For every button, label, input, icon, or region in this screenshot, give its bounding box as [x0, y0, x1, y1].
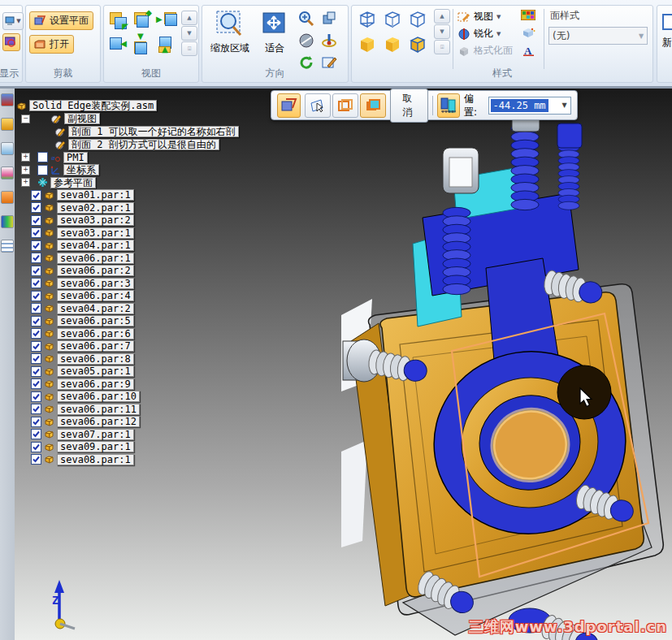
style-shaded2-button[interactable]	[382, 34, 407, 56]
view-align-button[interactable]: ◤	[108, 11, 128, 30]
part-row[interactable]: seva06.par:5	[16, 315, 284, 328]
part-checkbox-checked[interactable]	[31, 366, 41, 377]
part-checkbox-checked[interactable]	[31, 202, 41, 213]
fit-button[interactable]: 适合	[256, 10, 293, 55]
sketch-view-button[interactable]	[298, 32, 321, 51]
expand-box[interactable]: +	[21, 166, 30, 175]
render-tab-icon[interactable]	[1, 215, 14, 228]
clip-open-button[interactable]: 打开	[29, 35, 74, 54]
face-style-combo[interactable]: (无) ▼	[548, 27, 648, 45]
part-checkbox-checked[interactable]	[31, 328, 41, 339]
part-row[interactable]: seva09.par:1	[16, 441, 284, 454]
part-checkbox-checked[interactable]	[31, 454, 41, 465]
part-row[interactable]: seva06.par:11	[16, 403, 284, 416]
collapse-box[interactable]: −	[21, 115, 30, 123]
part-row[interactable]: seva06.par:1	[16, 252, 284, 265]
set-plane-button[interactable]: 设置平面	[29, 11, 93, 30]
part-painter-button[interactable]	[521, 27, 535, 41]
sensors-tab-icon[interactable]	[1, 166, 14, 179]
gallery-down-button[interactable]: ▼	[181, 26, 197, 41]
part-checkbox-checked[interactable]	[31, 227, 41, 238]
new-window-button[interactable]: 新建	[662, 12, 672, 50]
part-checkbox-checked[interactable]	[31, 417, 41, 427]
gallery-up-button[interactable]: ▲	[434, 9, 450, 24]
part-checkbox-checked[interactable]	[31, 341, 41, 352]
part-checkbox-checked[interactable]	[31, 253, 41, 263]
part-row[interactable]: seva06.par:10	[16, 391, 284, 404]
part-row[interactable]: seva06.par:8	[16, 352, 284, 365]
layers-tab-icon[interactable]	[1, 142, 14, 155]
tree-section-row[interactable]: 剖面 2 剖切方式可以是很自由的	[16, 138, 284, 151]
view-align-button[interactable]: ◆	[132, 11, 152, 30]
rotate-button[interactable]	[321, 32, 344, 51]
table-tab-icon[interactable]	[1, 240, 14, 253]
display-zoom-button[interactable]	[2, 33, 20, 51]
tree-section-row[interactable]: 剖面 1 可以取一个好记的名称如右剖	[16, 125, 284, 138]
part-row[interactable]: seva06.par:12	[16, 416, 284, 429]
pathfinder-tab-icon[interactable]	[1, 93, 14, 106]
view-overlay-button[interactable]: 视图 ▼	[457, 10, 513, 24]
part-checkbox-checked[interactable]	[31, 378, 41, 389]
style-shaded-button[interactable]	[357, 34, 382, 56]
part-row[interactable]: seva06.par:2	[16, 265, 284, 278]
section-fill-button[interactable]	[360, 93, 386, 118]
style-shaded-edges-button[interactable]	[407, 34, 432, 56]
part-checkbox-checked[interactable]	[31, 391, 41, 402]
offset-input[interactable]: -44.25 mm ▼	[488, 97, 571, 115]
part-row[interactable]: seva06.par:6	[16, 327, 284, 340]
tree-node-row[interactable]: + ⌀ PMI	[16, 151, 284, 164]
color-manager-button[interactable]	[521, 10, 535, 23]
view-align-button[interactable]: ▶	[157, 11, 176, 30]
expand-box[interactable]: +	[21, 178, 30, 187]
part-checkbox-checked[interactable]	[31, 353, 41, 364]
part-row[interactable]: seva04.par:2	[16, 302, 284, 315]
style-wireframe-button[interactable]	[357, 9, 382, 31]
select-plane-step-button[interactable]	[305, 93, 331, 118]
part-row[interactable]: seva03.par:1	[16, 227, 284, 240]
node-checkbox-unchecked[interactable]	[37, 165, 48, 175]
part-checkbox-checked[interactable]	[31, 266, 41, 276]
offset-mode-button[interactable]	[437, 93, 460, 118]
part-checkbox-checked[interactable]	[31, 215, 41, 226]
part-row[interactable]: seva02.par:1	[16, 201, 284, 214]
part-checkbox-checked[interactable]	[31, 442, 41, 452]
family-tab-icon[interactable]	[1, 191, 14, 204]
text-style-button[interactable]: A	[521, 45, 535, 58]
pan-button[interactable]	[321, 11, 344, 29]
gallery-expand-button[interactable]: ⍗	[181, 41, 197, 56]
sharpen-button[interactable]: 锐化 ▼	[457, 27, 513, 41]
part-row[interactable]: seva03.par:2	[16, 214, 284, 227]
tree-node-row[interactable]: + 坐标系	[16, 164, 284, 177]
view-align-button[interactable]: ▼	[132, 35, 152, 54]
tree-node-row[interactable]: + 参考平面	[16, 176, 284, 189]
part-checkbox-checked[interactable]	[31, 316, 41, 326]
view-align-button[interactable]: ▲	[157, 35, 176, 54]
part-row[interactable]: seva08.par:1	[16, 453, 284, 466]
format-face-button[interactable]: 格式化面	[457, 44, 513, 58]
part-checkbox-checked[interactable]	[31, 404, 41, 414]
part-row[interactable]: seva01.par:1	[16, 189, 284, 202]
cancel-button[interactable]: 取消	[390, 89, 428, 123]
zoom-in-button[interactable]	[298, 11, 321, 29]
part-checkbox-checked[interactable]	[31, 190, 41, 201]
expand-box[interactable]: +	[21, 153, 30, 162]
gallery-up-button[interactable]: ▲	[181, 11, 197, 25]
part-checkbox-checked[interactable]	[31, 429, 41, 439]
part-row[interactable]: seva06.par:9	[16, 378, 284, 391]
part-row[interactable]: seva07.par:1	[16, 428, 284, 441]
part-checkbox-checked[interactable]	[31, 291, 41, 301]
style-visible-edge-button[interactable]	[407, 9, 432, 31]
section-extent-button[interactable]	[332, 93, 358, 118]
gallery-expand-button[interactable]: ⍗	[434, 40, 450, 54]
part-row[interactable]: seva05.par:1	[16, 365, 284, 378]
part-row[interactable]: seva06.par:4	[16, 290, 284, 303]
part-row[interactable]: seva06.par:7	[16, 340, 284, 353]
display-options-button[interactable]: ▼	[2, 12, 24, 30]
library-tab-icon[interactable]	[1, 118, 14, 131]
view-align-button[interactable]: ◀	[108, 35, 128, 54]
part-row[interactable]: seva04.par:1	[16, 240, 284, 253]
part-checkbox-checked[interactable]	[31, 278, 41, 288]
part-checkbox-checked[interactable]	[31, 240, 41, 251]
part-checkbox-checked[interactable]	[31, 303, 41, 314]
zoom-area-button[interactable]: 缩放区域	[206, 10, 254, 55]
